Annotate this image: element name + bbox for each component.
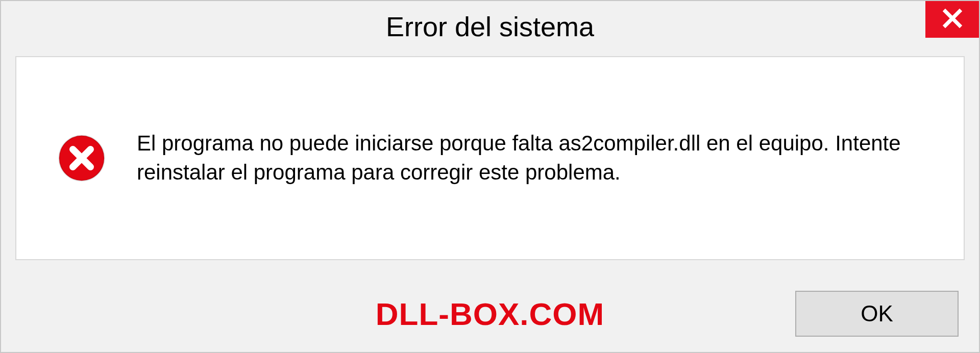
error-icon: [57, 134, 106, 183]
dialog-title: Error del sistema: [386, 11, 594, 42]
titlebar: Error del sistema: [1, 1, 979, 52]
close-icon: [942, 8, 963, 31]
error-message: El programa no puede iniciarse porque fa…: [137, 129, 938, 187]
content-panel: El programa no puede iniciarse porque fa…: [15, 56, 965, 260]
close-button[interactable]: [925, 1, 979, 38]
ok-button[interactable]: OK: [795, 291, 959, 337]
watermark-text: DLL-BOX.COM: [376, 296, 604, 332]
footer: DLL-BOX.COM OK: [1, 275, 979, 352]
